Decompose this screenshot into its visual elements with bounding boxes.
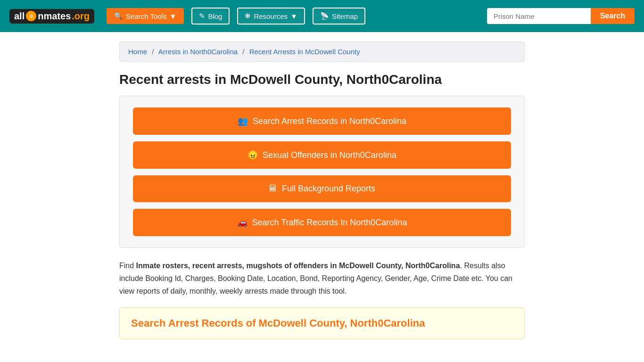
- resources-icon: ❋: [245, 12, 251, 20]
- breadcrumb: Home / Arrests in North0Carolina / Recen…: [119, 41, 525, 62]
- bottom-card-title: Search Arrest Records of McDowell County…: [131, 317, 513, 329]
- description-bold: Inmate rosters, recent arrests, mugshots…: [136, 262, 460, 270]
- sexual-offenders-label: Sexual Offenders in North0Carolina: [263, 150, 396, 160]
- header-search-area: Search: [487, 8, 635, 24]
- logo-text-all: all: [14, 11, 25, 22]
- description-prefix: Find: [119, 262, 136, 270]
- header-search-label: Search: [600, 12, 625, 20]
- full-background-reports-label: Full Background Reports: [282, 184, 375, 194]
- site-header: all ⚙ nmates .org 🔍 Search Tools ▼ ✎ Blo…: [0, 0, 644, 32]
- action-buttons-card: 👥 Search Arrest Records in North0Carolin…: [119, 96, 525, 248]
- full-background-reports-button[interactable]: 🏛 Full Background Reports: [133, 175, 511, 202]
- blog-label: Blog: [208, 12, 222, 20]
- traffic-records-button[interactable]: 🚗 Search Traffic Records In North0Caroli…: [133, 209, 511, 236]
- sexual-offenders-icon: 😠: [248, 150, 258, 160]
- search-arrest-records-button[interactable]: 👥 Search Arrest Records in North0Carolin…: [133, 107, 511, 135]
- search-arrest-label: Search Arrest Records in North0Carolina: [253, 116, 406, 126]
- breadcrumb-separator-2: /: [242, 48, 244, 56]
- sitemap-label: Sitemap: [332, 12, 358, 20]
- resources-label: Resources: [254, 12, 288, 20]
- breadcrumb-arrests-link[interactable]: Arrests in North0Carolina: [158, 48, 238, 56]
- background-reports-icon: 🏛: [269, 184, 277, 194]
- header-search-button[interactable]: Search: [591, 8, 635, 24]
- prison-name-input[interactable]: [487, 8, 591, 24]
- breadcrumb-separator-1: /: [152, 48, 154, 56]
- logo-icon: ⚙: [26, 11, 36, 21]
- search-tools-icon: 🔍: [114, 12, 123, 20]
- sexual-offenders-button[interactable]: 😠 Sexual Offenders in North0Carolina: [133, 141, 511, 169]
- page-title: Recent arrests in McDowell County, North…: [119, 72, 525, 87]
- traffic-records-icon: 🚗: [237, 217, 248, 228]
- resources-chevron-icon: ▼: [290, 12, 297, 20]
- blog-icon: ✎: [199, 12, 205, 20]
- search-arrest-icon: 👥: [238, 116, 248, 126]
- search-tools-label: Search Tools: [126, 12, 166, 20]
- search-tools-button[interactable]: 🔍 Search Tools ▼: [107, 8, 184, 24]
- main-content: Home / Arrests in North0Carolina / Recen…: [110, 32, 534, 358]
- bottom-card: Search Arrest Records of McDowell County…: [119, 307, 525, 339]
- sitemap-button[interactable]: 📡 Sitemap: [313, 8, 365, 25]
- search-tools-chevron-icon: ▼: [170, 12, 177, 20]
- breadcrumb-home-link[interactable]: Home: [128, 48, 147, 56]
- traffic-records-label: Search Traffic Records In North0Carolina: [252, 218, 407, 228]
- logo[interactable]: all ⚙ nmates .org: [9, 9, 94, 24]
- sitemap-icon: 📡: [320, 12, 329, 20]
- resources-button[interactable]: ❋ Resources ▼: [237, 8, 305, 25]
- logo-text-org: .org: [72, 11, 90, 22]
- blog-button[interactable]: ✎ Blog: [191, 8, 230, 25]
- logo-text-inmates: nmates: [38, 11, 71, 22]
- breadcrumb-current-link[interactable]: Recent Arrests in McDowell County: [249, 48, 360, 56]
- description-text: Find Inmate rosters, recent arrests, mug…: [119, 259, 525, 298]
